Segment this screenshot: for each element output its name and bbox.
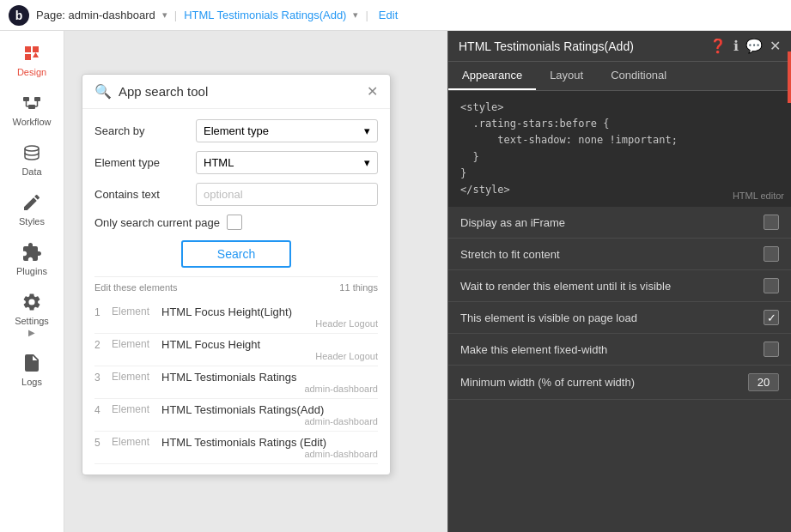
- toggles-list: Display as an iFrame Stretch to fit cont…: [448, 207, 791, 366]
- search-by-label: Search by: [94, 124, 189, 137]
- result-page: admin-dashboard: [161, 449, 378, 459]
- tab-appearance[interactable]: Appearance: [448, 62, 536, 90]
- contains-text-input[interactable]: [204, 188, 370, 201]
- list-item[interactable]: 4 Element HTML Testimonials Ratings(Add)…: [94, 399, 378, 432]
- html-title[interactable]: HTML Testimonials Ratings(Add): [184, 9, 346, 21]
- page-label: Page: admin-dashboard: [36, 9, 155, 21]
- min-width-label: Minimum width (% of current width): [460, 376, 635, 389]
- logo: b: [9, 5, 29, 26]
- result-content: HTML Focus Height(Light) Header Logout: [161, 305, 378, 329]
- toggle-checkbox-stretch[interactable]: [764, 246, 779, 262]
- settings-arrow: ▶: [28, 328, 35, 337]
- result-name: HTML Testimonials Ratings (Edit): [161, 436, 378, 449]
- element-type-value: HTML: [204, 156, 234, 169]
- sidebar-label-data: Data: [21, 166, 41, 177]
- result-name: HTML Focus Height(Light): [161, 305, 378, 318]
- toggle-checkbox-visible_load[interactable]: [764, 310, 779, 325]
- right-panel-icons: ❓ ℹ 💬 ✕: [709, 38, 781, 54]
- sidebar-item-workflow[interactable]: Workflow: [0, 84, 64, 134]
- close-panel-icon[interactable]: ✕: [770, 38, 781, 54]
- min-width-value[interactable]: 20: [748, 373, 779, 391]
- workflow-icon: [20, 91, 44, 115]
- result-num: 1: [94, 305, 106, 318]
- list-item[interactable]: 5 Element HTML Testimonials Ratings (Edi…: [94, 432, 378, 464]
- tab-layout[interactable]: Layout: [536, 62, 597, 90]
- result-tag: Element: [112, 338, 156, 350]
- result-name: HTML Testimonials Ratings(Add): [161, 403, 378, 416]
- code-line-2: .rating-stars:before {: [460, 116, 779, 132]
- result-num: 3: [94, 371, 106, 384]
- list-item[interactable]: 3 Element HTML Testimonials Ratings admi…: [94, 366, 378, 399]
- sidebar-item-logs[interactable]: Logs: [0, 344, 64, 394]
- search-by-dropdown[interactable]: Element type ▾: [196, 119, 378, 142]
- toggle-row-fixed_width: Make this element fixed-width: [448, 334, 791, 366]
- toggle-label-visible_load: This element is visible on page load: [460, 311, 637, 324]
- list-item[interactable]: 2 Element HTML Focus Height Header Logou…: [94, 334, 378, 366]
- comment-icon[interactable]: 💬: [745, 38, 763, 54]
- svg-rect-0: [23, 97, 29, 101]
- info-icon[interactable]: ℹ: [733, 38, 739, 54]
- svg-point-7: [25, 146, 39, 151]
- code-line-6: </style>: [460, 182, 779, 198]
- result-num: 5: [94, 436, 106, 449]
- toggle-row-wait_render: Wait to render this element until it is …: [448, 270, 791, 302]
- search-modal-body: Search by Element type ▾ Element type HT…: [82, 109, 390, 475]
- code-editor[interactable]: <style> .rating-stars:before { text-shad…: [448, 91, 791, 207]
- content-area: 🔍 App search tool ✕ Search by Element ty…: [64, 31, 447, 532]
- search-modal-title-row: 🔍 App search tool: [94, 83, 208, 100]
- html-editor-label: HTML editor: [733, 189, 784, 204]
- result-content: HTML Testimonials Ratings admin-dashboar…: [161, 371, 378, 394]
- right-panel-title: HTML Testimonials Ratings(Add): [459, 39, 634, 53]
- element-type-label: Element type: [94, 156, 189, 169]
- sidebar-item-settings[interactable]: Settings ▶: [0, 283, 64, 344]
- toggle-checkbox-fixed_width[interactable]: [764, 342, 779, 357]
- min-width-row: Minimum width (% of current width) 20: [448, 366, 791, 400]
- search-button[interactable]: Search: [181, 240, 291, 268]
- styles-icon: [20, 190, 44, 215]
- sidebar-item-data[interactable]: Data: [0, 134, 64, 184]
- search-by-value: Element type: [204, 124, 269, 137]
- page-dropdown-arrow[interactable]: ▾: [162, 9, 167, 21]
- only-current-checkbox[interactable]: [227, 215, 242, 230]
- help-icon[interactable]: ❓: [709, 38, 727, 54]
- sidebar-label-styles: Styles: [19, 216, 45, 227]
- design-icon: [20, 41, 44, 65]
- sidebar-label-workflow: Workflow: [12, 117, 51, 127]
- min-width-value-group: 20: [748, 373, 779, 391]
- result-page: Header Logout: [161, 318, 378, 329]
- sidebar-item-design[interactable]: Design: [0, 34, 64, 84]
- search-btn-row: Search: [94, 240, 378, 268]
- search-by-chevron-icon: ▾: [364, 124, 370, 137]
- sidebar-label-settings: Settings: [15, 316, 49, 326]
- contains-text-input-wrapper: [196, 183, 378, 206]
- code-line-5: }: [460, 166, 779, 182]
- results-count: 11 things: [339, 282, 378, 293]
- element-type-chevron-icon: ▾: [364, 156, 370, 169]
- toggle-row-stretch: Stretch to fit content: [448, 239, 791, 270]
- result-tag: Element: [112, 305, 156, 317]
- result-content: HTML Focus Height Header Logout: [161, 338, 378, 361]
- search-by-row: Search by Element type ▾: [94, 119, 378, 142]
- search-modal-close-button[interactable]: ✕: [367, 83, 378, 100]
- separator2: |: [365, 9, 368, 21]
- right-panel-header: HTML Testimonials Ratings(Add) ❓ ℹ 💬 ✕: [448, 31, 791, 62]
- sidebar-item-plugins[interactable]: Plugins: [0, 233, 64, 283]
- edit-link[interactable]: Edit: [379, 9, 398, 21]
- sidebar-item-styles[interactable]: Styles: [0, 184, 64, 233]
- only-current-page-row: Only search current page: [94, 215, 378, 230]
- code-line-4: }: [460, 149, 779, 166]
- search-modal-title: App search tool: [119, 84, 208, 99]
- sidebar-label-design: Design: [17, 67, 46, 77]
- toggle-checkbox-iframe[interactable]: [764, 215, 779, 230]
- html-dropdown-arrow[interactable]: ▾: [353, 9, 358, 21]
- toggle-label-iframe: Display as an iFrame: [460, 216, 565, 229]
- tab-conditional[interactable]: Conditional: [597, 62, 680, 90]
- list-item[interactable]: 1 Element HTML Focus Height(Light) Heade…: [94, 301, 378, 334]
- result-page: admin-dashboard: [161, 416, 378, 426]
- result-name: HTML Testimonials Ratings: [161, 371, 378, 384]
- toggle-checkbox-wait_render[interactable]: [764, 278, 779, 293]
- result-page: admin-dashboard: [161, 384, 378, 394]
- element-type-dropdown[interactable]: HTML ▾: [196, 151, 378, 174]
- svg-rect-1: [34, 97, 40, 101]
- panel-tabs: Appearance Layout Conditional: [448, 62, 791, 91]
